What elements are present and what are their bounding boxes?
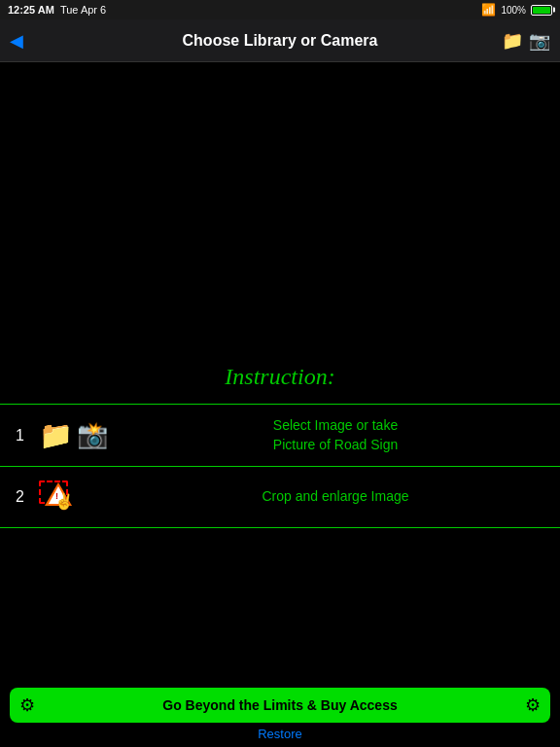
step-1-text: Select Image or take Picture of Road Sig… xyxy=(117,416,544,454)
nav-camera-icon[interactable]: 📷 xyxy=(529,30,550,52)
nav-title: Choose Library or Camera xyxy=(183,32,378,50)
camera-flash-icon: 📸 xyxy=(77,420,108,450)
step-number-2: 2 xyxy=(16,488,35,506)
main-content: Instruction: 1 📁 📸 Select Image or take … xyxy=(0,62,560,621)
status-time: 12:25 AM xyxy=(8,4,54,16)
nav-back-button[interactable]: ◀ xyxy=(10,30,23,52)
battery-percent: 100% xyxy=(501,5,526,16)
step-2-text: Crop and enlarge Image xyxy=(117,487,544,507)
status-date: Tue Apr 6 xyxy=(60,4,106,16)
image-display-area xyxy=(0,62,560,344)
bottom-container: ⚙ Go Beyond the Limits & Buy Access ⚙ Re… xyxy=(0,688,560,747)
status-bar: 12:25 AM Tue Apr 6 📶 100% xyxy=(0,0,560,19)
divider-bottom xyxy=(0,527,560,528)
step-2-icons: ! ✌ xyxy=(39,479,117,516)
nav-right-icons: 📁 📷 xyxy=(502,30,550,52)
buy-left-icon: ⚙ xyxy=(19,694,35,716)
nav-folder-icon[interactable]: 📁 xyxy=(502,30,523,52)
battery-icon xyxy=(531,5,552,16)
back-arrow-icon: ◀ xyxy=(10,30,23,52)
step-number-1: 1 xyxy=(16,427,35,445)
instruction-row-1: 1 📁 📸 Select Image or take Picture of Ro… xyxy=(0,405,560,466)
buy-access-bar[interactable]: ⚙ Go Beyond the Limits & Buy Access ⚙ xyxy=(10,688,550,723)
buy-access-text[interactable]: Go Beyond the Limits & Buy Access xyxy=(35,697,525,713)
hand-pointer-icon: ✌ xyxy=(54,492,74,511)
buy-right-icon: ⚙ xyxy=(525,694,541,716)
nav-bar: ◀ Choose Library or Camera 📁 📷 xyxy=(0,19,560,62)
instruction-heading: Instruction: xyxy=(0,354,560,404)
step-1-icons: 📁 📸 xyxy=(39,419,117,451)
status-right-icons: 📶 100% xyxy=(481,3,552,17)
instruction-section: Instruction: 1 📁 📸 Select Image or take … xyxy=(0,344,560,528)
wifi-icon: 📶 xyxy=(481,3,496,17)
folder-icon: 📁 xyxy=(39,419,73,451)
instruction-row-2: 2 ! ✌ Crop and enlarge Image xyxy=(0,467,560,527)
restore-link[interactable]: Restore xyxy=(0,727,560,747)
